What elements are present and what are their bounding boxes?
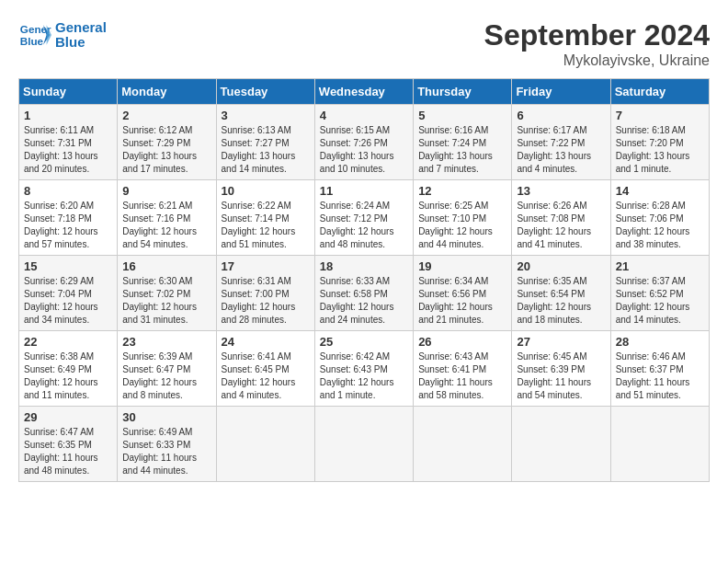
table-row: 16Sunrise: 6:30 AM Sunset: 7:02 PM Dayli… [118,256,216,331]
table-row: 2Sunrise: 6:12 AM Sunset: 7:29 PM Daylig… [118,105,216,180]
table-row: 15Sunrise: 6:29 AM Sunset: 7:04 PM Dayli… [19,256,118,331]
table-row: 10Sunrise: 6:22 AM Sunset: 7:14 PM Dayli… [216,180,314,256]
table-row: 6Sunrise: 6:17 AM Sunset: 7:22 PM Daylig… [512,105,610,180]
title-block: September 2024 Mykolayivske, Ukraine [484,18,710,69]
table-row: 20Sunrise: 6:35 AM Sunset: 6:54 PM Dayli… [512,256,610,331]
calendar-week-4: 22Sunrise: 6:38 AM Sunset: 6:49 PM Dayli… [19,331,710,407]
table-row [314,407,413,482]
table-row: 27Sunrise: 6:45 AM Sunset: 6:39 PM Dayli… [512,331,610,407]
table-row: 3Sunrise: 6:13 AM Sunset: 7:27 PM Daylig… [216,105,314,180]
table-row: 8Sunrise: 6:20 AM Sunset: 7:18 PM Daylig… [19,180,118,256]
table-row: 22Sunrise: 6:38 AM Sunset: 6:49 PM Dayli… [19,331,118,407]
table-row: 11Sunrise: 6:24 AM Sunset: 7:12 PM Dayli… [314,180,413,256]
logo-icon: General Blue [18,18,51,52]
table-row: 4Sunrise: 6:15 AM Sunset: 7:26 PM Daylig… [314,105,413,180]
calendar-week-3: 15Sunrise: 6:29 AM Sunset: 7:04 PM Dayli… [19,256,710,331]
table-row [414,407,512,482]
table-row: 12Sunrise: 6:25 AM Sunset: 7:10 PM Dayli… [414,180,512,256]
calendar-week-1: 1Sunrise: 6:11 AM Sunset: 7:31 PM Daylig… [19,105,710,180]
header-tuesday: Tuesday [216,79,314,105]
table-row: 25Sunrise: 6:42 AM Sunset: 6:43 PM Dayli… [314,331,413,407]
table-row: 13Sunrise: 6:26 AM Sunset: 7:08 PM Dayli… [512,180,610,256]
header-friday: Friday [512,79,610,105]
calendar-week-5: 29Sunrise: 6:47 AM Sunset: 6:35 PM Dayli… [19,407,710,482]
table-row: 17Sunrise: 6:31 AM Sunset: 7:00 PM Dayli… [216,256,314,331]
table-row: 7Sunrise: 6:18 AM Sunset: 7:20 PM Daylig… [610,105,709,180]
table-row: 29Sunrise: 6:47 AM Sunset: 6:35 PM Dayli… [19,407,118,482]
header-sunday: Sunday [19,79,118,105]
table-row: 1Sunrise: 6:11 AM Sunset: 7:31 PM Daylig… [19,105,118,180]
table-row: 30Sunrise: 6:49 AM Sunset: 6:33 PM Dayli… [118,407,216,482]
table-row [610,407,709,482]
table-row: 26Sunrise: 6:43 AM Sunset: 6:41 PM Dayli… [414,331,512,407]
page-header: General Blue General Blue September 2024… [18,18,710,69]
svg-text:Blue: Blue [20,35,44,47]
table-row [216,407,314,482]
table-row: 23Sunrise: 6:39 AM Sunset: 6:47 PM Dayli… [118,331,216,407]
table-row: 18Sunrise: 6:33 AM Sunset: 6:58 PM Dayli… [314,256,413,331]
header-monday: Monday [118,79,216,105]
table-row: 9Sunrise: 6:21 AM Sunset: 7:16 PM Daylig… [118,180,216,256]
location-subtitle: Mykolayivske, Ukraine [484,52,710,69]
table-row: 28Sunrise: 6:46 AM Sunset: 6:37 PM Dayli… [610,331,709,407]
table-row [512,407,610,482]
calendar-week-2: 8Sunrise: 6:20 AM Sunset: 7:18 PM Daylig… [19,180,710,256]
table-row: 24Sunrise: 6:41 AM Sunset: 6:45 PM Dayli… [216,331,314,407]
logo-text-blue: Blue [55,35,107,51]
table-row: 21Sunrise: 6:37 AM Sunset: 6:52 PM Dayli… [610,256,709,331]
header-thursday: Thursday [414,79,512,105]
logo-text-general: General [55,20,107,36]
logo: General Blue General Blue [18,18,107,52]
month-title: September 2024 [484,18,710,52]
header-saturday: Saturday [610,79,709,105]
calendar-table: Sunday Monday Tuesday Wednesday Thursday… [18,78,710,482]
table-row: 14Sunrise: 6:28 AM Sunset: 7:06 PM Dayli… [610,180,709,256]
table-row: 19Sunrise: 6:34 AM Sunset: 6:56 PM Dayli… [414,256,512,331]
table-row: 5Sunrise: 6:16 AM Sunset: 7:24 PM Daylig… [414,105,512,180]
calendar-header-row: Sunday Monday Tuesday Wednesday Thursday… [19,79,710,105]
header-wednesday: Wednesday [314,79,413,105]
